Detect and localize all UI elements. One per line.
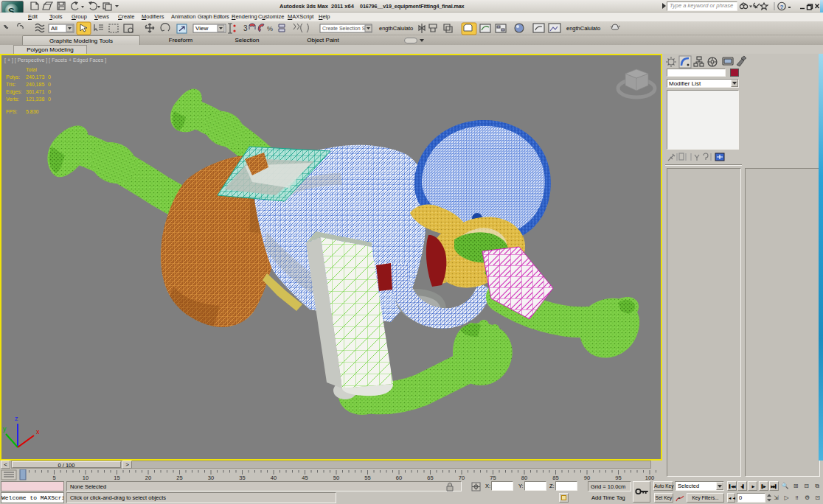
svg-text:Total: Total: [26, 67, 37, 72]
svg-text:121,338: 121,338: [26, 97, 44, 102]
svg-text:Create Selection Set: Create Selection Set: [322, 26, 369, 31]
svg-text:?: ?: [780, 4, 784, 10]
svg-text:50: 50: [333, 475, 339, 480]
svg-text:45: 45: [302, 475, 308, 480]
svg-text:30: 30: [208, 475, 214, 480]
svg-text:x: x: [36, 428, 40, 435]
svg-text:FPS:: FPS:: [6, 109, 18, 114]
svg-text:engthCalulato: engthCalulato: [379, 25, 413, 32]
svg-text:0: 0: [48, 82, 51, 87]
svg-text:75: 75: [490, 475, 496, 480]
svg-text:25: 25: [176, 475, 182, 480]
svg-text:%: %: [267, 25, 273, 32]
svg-text:35: 35: [239, 475, 245, 480]
svg-text:60: 60: [396, 475, 402, 480]
svg-text:10: 10: [83, 475, 88, 480]
svg-text:361,471: 361,471: [26, 89, 44, 94]
svg-text:View: View: [195, 25, 208, 32]
svg-text:Edges:: Edges:: [6, 89, 22, 95]
svg-text:85: 85: [552, 475, 558, 480]
svg-text:40: 40: [271, 475, 277, 480]
svg-text:0: 0: [48, 74, 51, 80]
svg-text:95: 95: [615, 475, 621, 480]
svg-text:100: 100: [645, 475, 655, 480]
svg-text:90: 90: [584, 475, 590, 480]
svg-text:55: 55: [364, 475, 370, 480]
svg-text:All: All: [51, 25, 58, 32]
svg-text:[ + ] [ Perspective ] [ Facets: [ + ] [ Perspective ] [ Facets + Edged F…: [4, 57, 106, 63]
svg-text:70: 70: [459, 475, 465, 480]
svg-text:Tris:: Tris:: [6, 82, 15, 87]
svg-text:5: 5: [52, 475, 55, 480]
svg-text:Verts:: Verts:: [6, 97, 19, 102]
svg-text:5.830: 5.830: [26, 109, 39, 114]
svg-text:0: 0: [48, 97, 51, 102]
svg-text:0: 0: [48, 89, 51, 94]
svg-text:240,185: 240,185: [26, 82, 44, 87]
svg-text:engthCalulato: engthCalulato: [566, 25, 600, 32]
svg-text:Polys:: Polys:: [6, 74, 20, 80]
svg-text:y: y: [3, 425, 7, 433]
svg-text:z: z: [15, 415, 18, 422]
svg-text:65: 65: [427, 475, 433, 480]
svg-text:20: 20: [145, 475, 151, 480]
svg-text:240,173: 240,173: [26, 74, 44, 80]
svg-text:80: 80: [521, 475, 527, 480]
svg-text:15: 15: [114, 475, 119, 480]
svg-text:3: 3: [243, 24, 248, 32]
